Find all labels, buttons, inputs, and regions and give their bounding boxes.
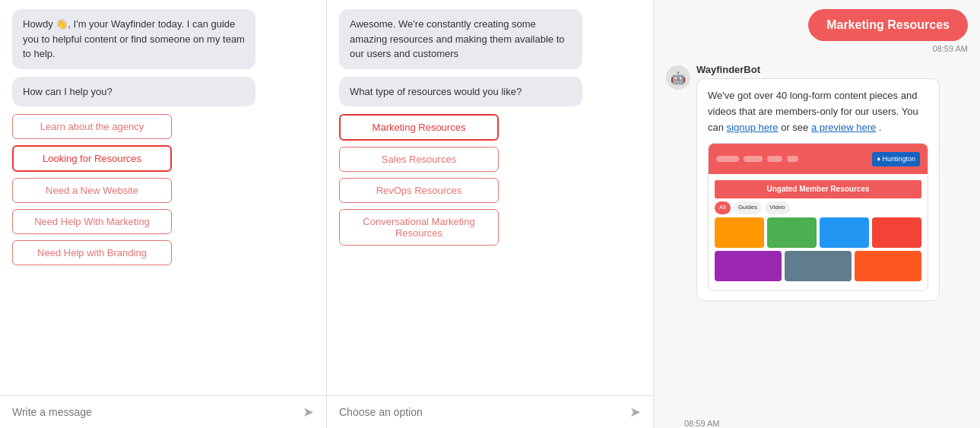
send-icon: ➤	[630, 404, 641, 420]
mid-options-list: Marketing Resources Sales Resources RevO…	[339, 114, 641, 246]
preview-card-1	[715, 217, 764, 248]
bot-message-container: WayfinderBot We've got over 40 long-form…	[696, 64, 940, 301]
bot-name-label: WayfinderBot	[696, 64, 940, 75]
send-icon: ➤	[303, 404, 314, 420]
mid-bot-resources-bubble: What type of resources would you like?	[339, 77, 582, 107]
preview-card-5	[715, 251, 782, 281]
option-learn-agency[interactable]: Learn about the agency	[12, 114, 172, 139]
bot-help-bubble: How can I help you?	[12, 77, 255, 107]
option-sales-resources[interactable]: Sales Resources	[339, 147, 499, 172]
preview-cards-row1	[715, 217, 921, 248]
preview-header-nav2	[744, 156, 763, 162]
bot-message-row: 🤖 WayfinderBot We've got over 40 long-fo…	[666, 64, 968, 301]
right-timestamp2: 08:59 AM	[654, 419, 980, 428]
preview-card-6	[785, 251, 852, 281]
right-chat-body: 🤖 WayfinderBot We've got over 40 long-fo…	[654, 61, 980, 414]
mid-bot-awesome-bubble: Awesome. We're constantly creating some …	[339, 9, 582, 69]
option-conversational-resources[interactable]: Conversational Marketing Resources	[339, 209, 499, 246]
preview-card-7	[855, 251, 921, 281]
preview-card-4	[872, 217, 921, 248]
bot-avatar: 🤖	[666, 65, 690, 90]
bot-intro-text: Howdy 👋, I'm your Wayfinder today. I can…	[23, 18, 245, 59]
filter-guides: Guides	[734, 201, 762, 214]
robot-icon: 🤖	[671, 71, 686, 85]
option-revops-resources[interactable]: RevOps Resources	[339, 178, 499, 203]
option-help-marketing[interactable]: Need Help With Marketing	[12, 209, 172, 234]
preview-card-3	[820, 217, 869, 248]
option-resources[interactable]: Looking for Resources	[12, 145, 172, 172]
signup-link[interactable]: signup here	[727, 122, 779, 133]
preview-link[interactable]: a preview here	[811, 122, 876, 133]
preview-header-nav4	[787, 156, 798, 162]
right-timestamp1: 08:59 AM	[654, 44, 980, 61]
left-chat-panel: Howdy 👋, I'm your Wayfinder today. I can…	[0, 0, 327, 428]
option-new-website[interactable]: Need a New Website	[12, 178, 172, 203]
mid-chat-body: Awesome. We're constantly creating some …	[327, 0, 653, 395]
right-top-bar: Marketing Resources	[654, 0, 980, 44]
mid-send-button[interactable]: ➤	[630, 404, 641, 420]
right-panel: Marketing Resources 08:59 AM 🤖 Wayfinder…	[654, 0, 980, 428]
preview-header-nav	[716, 156, 739, 162]
left-input-row: ➤	[0, 395, 326, 428]
marketing-resources-button[interactable]: Marketing Resources	[808, 9, 968, 41]
or-text: or see	[781, 122, 811, 133]
preview-filters: All Guides Video	[715, 201, 921, 214]
bot-help-text: How can I help you?	[23, 86, 113, 97]
option-marketing-resources[interactable]: Marketing Resources	[339, 114, 499, 141]
mid-bot-resources-text: What type of resources would you like?	[350, 86, 522, 97]
preview-content: Ungated Member Resources All Guides Vide…	[709, 174, 928, 290]
left-message-input[interactable]	[12, 406, 297, 418]
preview-partner-badge: ♦ Huntington	[872, 152, 920, 166]
mid-chat-panel: Awesome. We're constantly creating some …	[327, 0, 654, 428]
preview-cards-row2	[715, 251, 921, 281]
option-help-branding[interactable]: Need Help with Branding	[12, 240, 172, 265]
mid-input-row: ➤	[327, 395, 653, 428]
period-text: .	[879, 122, 882, 133]
preview-card-2	[767, 217, 817, 248]
filter-all: All	[715, 201, 731, 214]
mid-message-input[interactable]	[339, 406, 623, 418]
preview-header-nav3	[767, 156, 782, 162]
preview-title: Ungated Member Resources	[715, 180, 921, 198]
preview-header: ♦ Huntington	[709, 144, 928, 174]
preview-image: ♦ Huntington Ungated Member Resources Al…	[708, 143, 928, 291]
filter-video: Video	[765, 201, 789, 214]
bot-bubble: We've got over 40 long-form content piec…	[696, 78, 940, 301]
left-send-button[interactable]: ➤	[303, 404, 314, 420]
left-chat-body: Howdy 👋, I'm your Wayfinder today. I can…	[0, 0, 326, 395]
mid-bot-awesome-text: Awesome. We're constantly creating some …	[350, 18, 565, 59]
left-options-list: Learn about the agency Looking for Resou…	[12, 114, 314, 265]
bot-intro-bubble: Howdy 👋, I'm your Wayfinder today. I can…	[12, 9, 255, 69]
